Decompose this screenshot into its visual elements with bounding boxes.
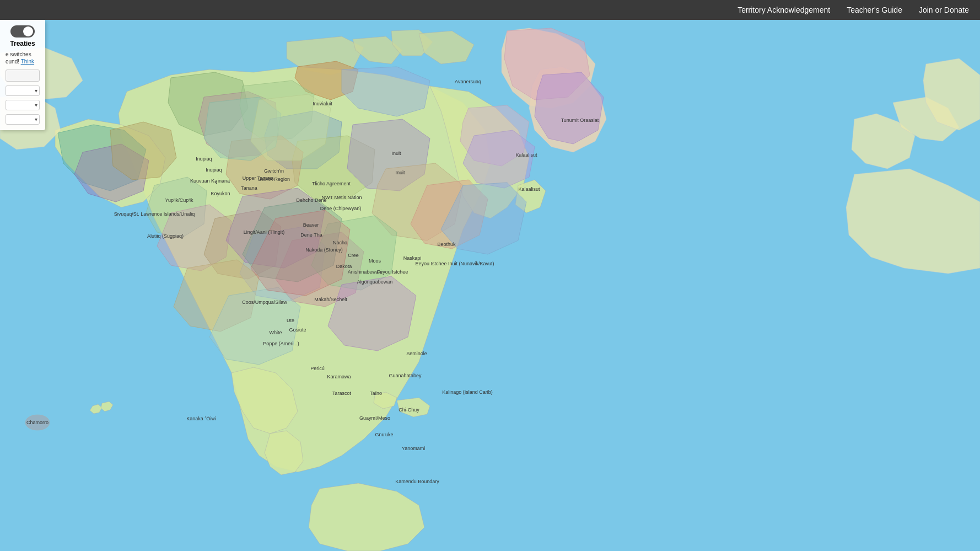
dropdown1[interactable] xyxy=(6,85,40,96)
svg-text:NWT Metis Nation: NWT Metis Nation xyxy=(322,195,362,200)
dropdown3[interactable] xyxy=(6,114,40,125)
dropdown1-wrapper xyxy=(6,85,40,96)
svg-text:Avanersuaq: Avanersuaq xyxy=(455,79,481,84)
svg-text:Dakota: Dakota xyxy=(336,264,352,269)
svg-text:Inupiaq: Inupiaq xyxy=(206,167,222,173)
treaties-toggle[interactable] xyxy=(10,25,35,38)
svg-text:Chamorro: Chamorro xyxy=(26,420,49,425)
svg-text:Tlicho Agreement: Tlicho Agreement xyxy=(312,181,351,186)
toggle-label: Treaties xyxy=(10,40,35,47)
svg-text:Guanahatabey: Guanahatabey xyxy=(389,373,422,378)
svg-text:Kamendu Boundary: Kamendu Boundary xyxy=(395,479,439,484)
svg-text:Koyukon: Koyukon xyxy=(211,191,230,196)
svg-text:Pericú: Pericú xyxy=(310,366,325,371)
svg-text:Nacho: Nacho xyxy=(333,240,347,245)
svg-text:Dene Tha: Dene Tha xyxy=(300,232,322,238)
svg-text:Kanaka ʻŌiwi: Kanaka ʻŌiwi xyxy=(186,416,216,421)
svg-text:Nakoda (Stoney): Nakoda (Stoney) xyxy=(305,247,343,253)
svg-text:Naskapi: Naskapi xyxy=(403,255,422,261)
svg-text:Kalaalisut: Kalaalisut xyxy=(515,152,537,158)
dropdown2-wrapper xyxy=(6,99,40,110)
svg-text:Beothuk: Beothuk xyxy=(437,242,456,247)
svg-text:Kalaalisut: Kalaalisut xyxy=(518,186,540,192)
svg-text:Makah/Sechelt: Makah/Sechelt xyxy=(314,297,347,302)
search-input[interactable] xyxy=(6,69,40,82)
sidebar: Treaties e switches ound! Think xyxy=(0,20,45,130)
hint-text2: ound! xyxy=(6,58,19,65)
svg-text:Guaymí/Meso: Guaymí/Meso xyxy=(359,415,390,421)
svg-text:Tunumit Oraasiat: Tunumit Oraasiat xyxy=(561,117,599,123)
join-donate-link[interactable]: Join or Donate xyxy=(919,6,969,14)
svg-text:Kalinago (Island Carib): Kalinago (Island Carib) xyxy=(442,389,493,395)
svg-text:Eeyou Istchee Inuit (Nunavik/K: Eeyou Istchee Inuit (Nunavik/Kavut) xyxy=(415,261,494,266)
svg-text:Alutiiq (Sugpiaq): Alutiiq (Sugpiaq) xyxy=(147,233,184,239)
svg-text:Tanana: Tanana xyxy=(241,185,257,191)
svg-text:Kuuvuan Ka̧inana: Kuuvuan Ka̧inana xyxy=(190,178,230,184)
svg-text:Yanomami: Yanomami xyxy=(402,446,425,451)
svg-text:Inuvialuit: Inuvialuit xyxy=(313,101,332,106)
map-container[interactable]: Avanersuaq Tunumit Oraasiat Kalaalisut K… xyxy=(0,20,980,551)
svg-text:Gwitch'in: Gwitch'in xyxy=(264,168,284,174)
svg-text:Anishinabewaki: Anishinabewaki xyxy=(348,269,383,275)
sidebar-hint: e switches ound! Think xyxy=(6,51,40,65)
svg-text:Ute: Ute xyxy=(287,318,294,323)
dropdown3-wrapper xyxy=(6,114,40,125)
svg-text:Gosiute: Gosiute xyxy=(289,327,306,333)
hint-link[interactable]: Think xyxy=(21,58,34,65)
svg-text:Karamawa: Karamawa xyxy=(327,374,351,379)
svg-text:Inuit: Inuit xyxy=(391,151,401,156)
territory-ack-link[interactable]: Territory Acknowledgement xyxy=(737,6,830,14)
hint-text1: e switches xyxy=(6,51,31,57)
svg-text:Beaver: Beaver xyxy=(303,222,319,228)
toggle-container: Treaties xyxy=(6,25,40,47)
teachers-guide-link[interactable]: Teacher's Guide xyxy=(847,6,902,14)
svg-text:Dehcho Dene: Dehcho Dene xyxy=(296,197,326,203)
svg-text:Algonquabewan: Algonquabewan xyxy=(357,279,393,285)
map-svg: Avanersuaq Tunumit Oraasiat Kalaalisut K… xyxy=(0,20,980,551)
svg-text:Cree: Cree xyxy=(348,253,359,258)
svg-text:Inupiaq: Inupiaq xyxy=(196,156,212,162)
svg-text:Chi-Chuy: Chi-Chuy xyxy=(399,407,419,413)
svg-text:Taíno: Taíno xyxy=(370,390,382,396)
svg-text:Moos: Moos xyxy=(369,258,381,264)
svg-text:Yup'ik/Cup'ik: Yup'ik/Cup'ik xyxy=(165,197,193,203)
svg-text:Inuit: Inuit xyxy=(395,170,405,175)
svg-text:Seminole: Seminole xyxy=(406,351,427,356)
topbar: Territory Acknowledgement Teacher's Guid… xyxy=(0,0,980,20)
svg-text:Poppe (Ameri...): Poppe (Ameri...) xyxy=(263,341,299,346)
svg-text:Coos/Umpqua/Silaw: Coos/Umpqua/Silaw xyxy=(242,299,287,305)
svg-text:Gnu'uke: Gnu'uke xyxy=(375,432,393,437)
svg-text:Sivuqaq/St. Lawrence Islands/U: Sivuqaq/St. Lawrence Islands/Unaliq xyxy=(114,211,195,217)
svg-text:Tarascot: Tarascot xyxy=(332,390,352,396)
svg-text:Dene (Chipewyan): Dene (Chipewyan) xyxy=(320,206,362,211)
svg-text:Upper Tanana: Upper Tanana xyxy=(243,175,273,181)
svg-text:Lingit/Aani (Tlingit): Lingit/Aani (Tlingit) xyxy=(244,229,285,235)
svg-text:White: White xyxy=(269,330,282,335)
dropdown2[interactable] xyxy=(6,100,40,110)
